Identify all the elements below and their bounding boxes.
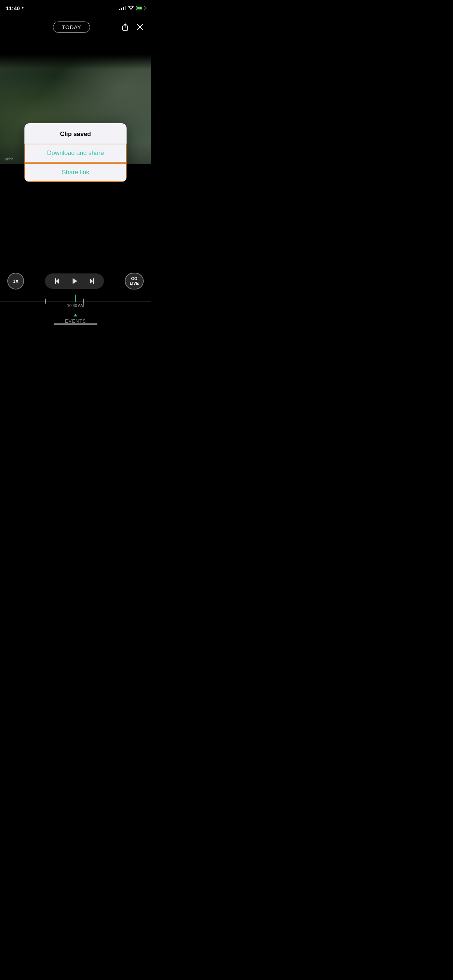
modal-overlay: Clip saved Download and share Share link [0,0,151,327]
modal-title: Clip saved [24,123,126,144]
clip-saved-dialog: Clip saved Download and share Share link [24,123,126,182]
download-and-share-button[interactable]: Download and share [24,144,126,162]
share-link-button[interactable]: Share link [24,163,126,182]
